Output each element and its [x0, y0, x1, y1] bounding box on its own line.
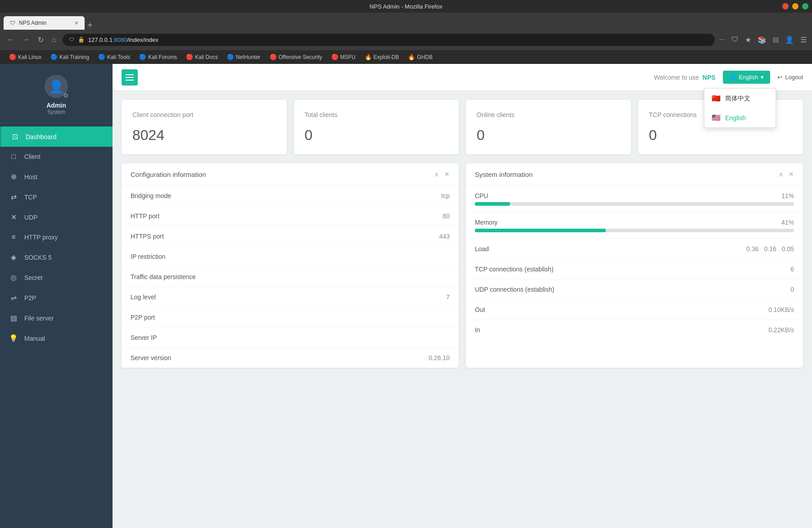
- sidebar-item-dashboard[interactable]: ⊡ Dashboard: [0, 126, 113, 147]
- config-key: Log level: [131, 293, 156, 301]
- title-bar: NPS Admin - Mozilla Firefox: [0, 0, 812, 13]
- sidebar-item-socks5[interactable]: ◈ SOCKS 5: [0, 247, 113, 267]
- lang-label: English: [739, 74, 758, 81]
- close-icon[interactable]: [782, 3, 789, 9]
- panel-controls: ∧ ✕: [434, 171, 450, 178]
- cpu-value: 11%: [781, 192, 794, 199]
- menu-toggle-button[interactable]: [122, 69, 138, 86]
- sidebar-item-manual[interactable]: 💡 Manual: [0, 328, 113, 348]
- browser-tab-nps-admin[interactable]: 🛡 NPS Admin ×: [4, 16, 85, 30]
- bookmark-kali-tools[interactable]: 🔵 Kali Tools: [95, 53, 134, 61]
- sidebar-item-label: File server: [24, 315, 54, 322]
- shield-icon[interactable]: 🛡: [731, 36, 739, 44]
- nethunter-icon: 🔵: [227, 54, 234, 60]
- stat-card-total-clients: Total clients 0: [294, 100, 459, 154]
- minimize-icon[interactable]: [792, 3, 798, 9]
- bookmark-kali-training[interactable]: 🔵 Kali Training: [47, 53, 93, 61]
- library-icon[interactable]: 📚: [758, 36, 767, 44]
- close-panel-icon[interactable]: ✕: [789, 171, 794, 178]
- tcp-conn-label: TCP connections (establish): [475, 266, 554, 273]
- collapse-icon[interactable]: ∧: [779, 171, 783, 178]
- config-val: 80: [442, 212, 450, 220]
- app-area: 👤 ⚙ Admin System ⊡ Dashboard □ Client ⊕ …: [0, 64, 812, 528]
- collapse-icon[interactable]: ∧: [434, 171, 439, 178]
- p2p-icon: ⇌: [9, 293, 18, 302]
- kali-training-icon: 🔵: [50, 54, 58, 60]
- new-tab-button[interactable]: +: [87, 21, 93, 30]
- bookmark-label: GHDB: [417, 54, 433, 60]
- out-label: Out: [475, 306, 485, 313]
- user-role: System: [47, 109, 65, 115]
- reload-button[interactable]: ↻: [36, 34, 45, 46]
- sidebar-item-http-proxy[interactable]: ≡ HTTP proxy: [0, 227, 113, 247]
- sysinfo-udp-conn-row: UDP connections (establish) 0: [466, 280, 803, 300]
- lang-option-zh[interactable]: 🇨🇳 简体中文: [704, 89, 776, 108]
- config-key: P2P port: [131, 314, 155, 321]
- sidebar-item-client[interactable]: □ Client: [0, 147, 113, 167]
- bookmark-ghdb[interactable]: 🔥 GHDB: [404, 53, 436, 61]
- memory-progress-fill: [475, 229, 606, 232]
- security-icon: 🛡: [69, 36, 74, 43]
- bookmark-exploit-db[interactable]: 🔥 Exploit-DB: [361, 53, 403, 61]
- config-key: IP restriction: [131, 253, 166, 260]
- config-row-ip-restriction: IP restriction: [122, 247, 459, 267]
- forward-button[interactable]: →: [21, 34, 32, 45]
- tcp-icon: ⇄: [9, 193, 18, 201]
- stat-value: 8024: [132, 127, 276, 144]
- profile-icon[interactable]: 👤: [785, 36, 794, 44]
- sysinfo-cpu-row: CPU 11%: [466, 186, 803, 212]
- user-name: Admin: [46, 102, 66, 109]
- language-button[interactable]: 🌐 English ▾: [723, 71, 771, 84]
- logout-button[interactable]: ↩ Logout: [777, 74, 803, 81]
- config-row-server-ip: Server IP: [122, 328, 459, 348]
- tabs-icon[interactable]: ⊟: [773, 36, 779, 44]
- bookmark-kali-docs[interactable]: 🔴 Kali Docs: [182, 53, 221, 61]
- config-val: 0.26.10: [429, 354, 450, 361]
- close-panel-icon[interactable]: ✕: [444, 171, 450, 178]
- flag-us: 🇺🇸: [712, 113, 721, 122]
- http-proxy-icon: ≡: [9, 233, 18, 241]
- udp-conn-label: UDP connections (establish): [475, 286, 554, 293]
- ghdb-icon: 🔥: [408, 54, 415, 60]
- chevron-down-icon: ▾: [761, 74, 764, 81]
- more-options-icon[interactable]: ···: [719, 36, 725, 44]
- bookmark-icon[interactable]: ★: [745, 36, 751, 44]
- sidebar-item-file-server[interactable]: ▤ File server: [0, 308, 113, 328]
- stat-label: Online clients: [477, 111, 620, 120]
- bookmark-label: NetHunter: [236, 54, 261, 60]
- bookmark-kali-linux[interactable]: 🔴 Kali Linux: [5, 53, 45, 61]
- sidebar-item-host[interactable]: ⊕ Host: [0, 167, 113, 187]
- browser-window: NPS Admin - Mozilla Firefox 🛡 NPS Admin …: [0, 0, 812, 528]
- bookmark-nethunter[interactable]: 🔵 NetHunter: [223, 53, 264, 61]
- home-button[interactable]: ⌂: [50, 34, 58, 45]
- config-row-server-version: Server version 0.26.10: [122, 348, 459, 368]
- lang-option-en[interactable]: 🇺🇸 English: [704, 108, 776, 127]
- config-row-traffic-persistence: Traffic data persistence: [122, 267, 459, 287]
- sidebar-item-p2p[interactable]: ⇌ P2P: [0, 288, 113, 308]
- sidebar-item-udp[interactable]: ✕ UDP: [0, 207, 113, 227]
- kali-linux-icon: 🔴: [9, 54, 16, 60]
- sidebar-item-label: TCP: [24, 194, 37, 201]
- lang-option-label: English: [725, 114, 746, 122]
- menu-icon[interactable]: ☰: [800, 36, 807, 44]
- bookmark-offensive-security[interactable]: 🔴 Offensive Security: [266, 53, 326, 61]
- secret-icon: ◎: [9, 273, 18, 282]
- bookmark-label: Kali Training: [59, 54, 89, 60]
- bookmark-msfu[interactable]: 🔴 MSFU: [328, 53, 359, 61]
- config-key: Traffic data persistence: [131, 273, 196, 280]
- sidebar-item-tcp[interactable]: ⇄ TCP: [0, 187, 113, 207]
- tab-close-button[interactable]: ×: [75, 19, 78, 27]
- sidebar-item-secret[interactable]: ◎ Secret: [0, 267, 113, 288]
- memory-value: 41%: [781, 219, 794, 226]
- bookmark-kali-forums[interactable]: 🔵 Kali Forums: [135, 53, 180, 61]
- maximize-icon[interactable]: [802, 3, 808, 9]
- url-display: 127.0.0.1:8080/index/index: [88, 36, 158, 43]
- back-button[interactable]: ←: [5, 34, 16, 45]
- tab-bar: 🛡 NPS Admin × +: [0, 13, 812, 30]
- sidebar-user: 👤 ⚙ Admin System: [0, 64, 113, 123]
- sysinfo-out-row: Out 0.10KB/s: [466, 300, 803, 320]
- url-bar[interactable]: 🛡 🔒 127.0.0.1:8080/index/index: [63, 34, 715, 46]
- config-row-https-port: HTTPS port 443: [122, 226, 459, 247]
- hamburger-line: [126, 80, 134, 81]
- memory-progress-bg: [475, 229, 794, 232]
